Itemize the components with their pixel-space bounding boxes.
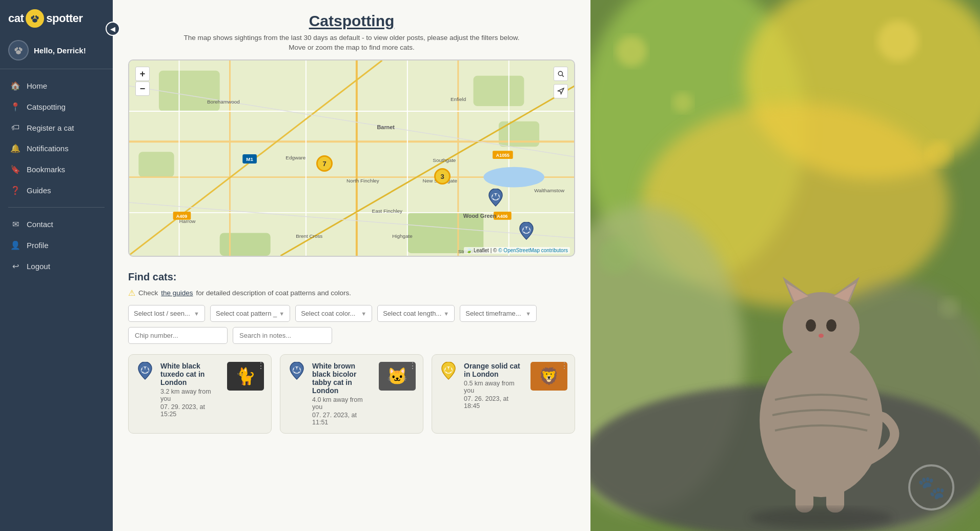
search-button[interactable]: [554, 67, 568, 81]
filter-lost-seen[interactable]: Select lost / seen... ▼: [128, 305, 205, 322]
svg-text:Enfield: Enfield: [451, 96, 466, 102]
svg-point-97: [877, 21, 918, 62]
logo: cat spotter: [0, 0, 113, 34]
user-greeting: Hello, Derrick!: [34, 46, 86, 55]
profile-icon: 👤: [10, 240, 21, 250]
svg-rect-16: [220, 233, 271, 256]
svg-point-112: [749, 507, 893, 528]
cat-card-2-title: White brown black bicolor tabby cat in L…: [312, 362, 373, 395]
svg-point-61: [494, 196, 498, 200]
zoom-out-button[interactable]: −: [135, 81, 150, 96]
map-background: M1 A409 A406 A1055 Barnet Borehamwood En…: [129, 60, 574, 256]
svg-rect-12: [474, 76, 524, 106]
chevron-down-icon-5: ▼: [525, 311, 531, 317]
guides-link[interactable]: the guides: [161, 289, 193, 297]
svg-text:East Finchley: East Finchley: [372, 208, 402, 214]
filter-coat-pattern-label: Select coat pattern _: [216, 310, 277, 317]
filter-timeframe[interactable]: Select timeframe... ▼: [460, 305, 537, 322]
cat-card-3-distance: 0.5 km away from you: [464, 380, 524, 394]
sidebar-item-guides[interactable]: ❓ Guides: [0, 180, 113, 201]
sidebar-item-logout[interactable]: ↩ Logout: [0, 256, 113, 277]
cluster-marker-3[interactable]: 3: [434, 168, 451, 185]
sidebar-item-catspotting-label: Catspotting: [27, 103, 66, 111]
secondary-nav: ✉ Contact 👤 Profile ↩ Logout: [0, 212, 113, 279]
cat-card-2-date: 07. 27. 2023, at 11:51: [312, 412, 373, 426]
cat-card-3-title: Orange solid cat in London: [464, 362, 524, 378]
svg-rect-11: [159, 71, 220, 111]
paw-marker-1[interactable]: [488, 189, 503, 207]
home-icon: 🏠: [10, 81, 21, 91]
sidebar-item-profile[interactable]: 👤 Profile: [0, 235, 113, 256]
svg-text:Edgware: Edgware: [285, 155, 305, 160]
svg-text:Borehamwood: Borehamwood: [207, 99, 240, 105]
primary-nav: 🏠 Home 📍 Catspotting 🏷 Register a cat 🔔 …: [0, 73, 113, 203]
chevron-down-icon: ▼: [194, 311, 199, 317]
svg-point-79: [295, 370, 299, 373]
svg-point-95: [616, 36, 647, 67]
svg-point-101: [760, 343, 883, 497]
cat-card-3[interactable]: Orange solid cat in London 0.5 km away f…: [432, 354, 575, 434]
collapse-sidebar-button[interactable]: ◀: [106, 22, 120, 36]
location-button[interactable]: [554, 84, 568, 98]
chevron-down-icon-2: ▼: [279, 311, 284, 317]
svg-point-86: [445, 370, 447, 372]
osm-link[interactable]: © OpenStreetMap contributors: [498, 248, 568, 253]
svg-text:Brent Cross: Brent Cross: [296, 233, 322, 239]
cat-card-2[interactable]: White brown black bicolor tabby cat in L…: [280, 354, 423, 434]
sidebar-item-bookmarks-label: Bookmarks: [27, 165, 65, 174]
register-icon: 🏷: [10, 123, 21, 132]
cat-card-2-info: White brown black bicolor tabby cat in L…: [312, 362, 373, 426]
cat-card-1-title: White black tuxedo cat in London: [160, 362, 221, 386]
filters-row2: [128, 327, 575, 344]
svg-text:Highgate: Highgate: [392, 233, 413, 239]
user-section: Hello, Derrick!: [0, 34, 113, 69]
notifications-icon: 🔔: [10, 144, 21, 153]
search-notes-input[interactable]: [233, 327, 332, 344]
right-photo-panel: 🐾: [590, 0, 980, 531]
filter-coat-color[interactable]: Select coat color... ▼: [295, 305, 372, 322]
sidebar-item-home[interactable]: 🏠 Home: [0, 75, 113, 96]
sidebar-item-logout-label: Logout: [27, 262, 50, 271]
logo-text-left: cat: [8, 12, 24, 25]
cat-photo: 🐾: [590, 0, 980, 531]
sidebar-item-guides-label: Guides: [27, 186, 51, 195]
svg-point-74: [141, 370, 144, 372]
svg-point-73: [143, 370, 147, 373]
hint-icon: ⚠: [128, 288, 135, 298]
svg-text:Barnet: Barnet: [377, 124, 395, 130]
sidebar-item-contact-label: Contact: [27, 220, 53, 229]
sidebar-item-notifications[interactable]: 🔔 Notifications: [0, 138, 113, 159]
cat-card-1[interactable]: White black tuxedo cat in London 3.2 km …: [128, 354, 272, 434]
main-content: Catspotting The map shows sightings from…: [113, 0, 590, 531]
chip-number-input[interactable]: [128, 327, 228, 344]
map-container[interactable]: M1 A409 A406 A1055 Barnet Borehamwood En…: [128, 59, 575, 257]
svg-point-62: [492, 196, 494, 199]
filters-row: Select lost / seen... ▼ Select coat patt…: [128, 305, 575, 322]
svg-point-68: [523, 230, 525, 232]
sidebar-item-register[interactable]: 🏷 Register a cat: [0, 117, 113, 138]
sidebar-item-catspotting[interactable]: 📍 Catspotting: [0, 96, 113, 117]
sidebar-item-home-label: Home: [27, 81, 47, 90]
cluster-marker-7[interactable]: 7: [316, 155, 333, 172]
zoom-in-button[interactable]: +: [135, 67, 150, 81]
cat-card-1-info: White black tuxedo cat in London 3.2 km …: [160, 362, 221, 418]
sidebar-item-contact[interactable]: ✉ Contact: [0, 214, 113, 235]
cat-card-2-menu[interactable]: ⋮: [409, 361, 417, 371]
svg-point-63: [497, 196, 499, 199]
svg-point-5: [16, 50, 21, 54]
paw-marker-icon-3: [439, 362, 458, 380]
cat-card-1-menu[interactable]: ⋮: [257, 361, 265, 371]
svg-rect-14: [138, 152, 174, 177]
cat-card-1-date: 07. 29. 2023, at 15:25: [160, 403, 221, 418]
svg-text:A1055: A1055: [496, 153, 509, 158]
paw-marker-2[interactable]: [519, 222, 534, 240]
sidebar-item-notifications-label: Notifications: [27, 144, 69, 153]
svg-point-108: [826, 319, 836, 332]
svg-point-85: [446, 370, 451, 373]
cat-card-3-menu[interactable]: ⋮: [560, 361, 568, 371]
sidebar-item-bookmarks[interactable]: 🔖 Bookmarks: [0, 159, 113, 180]
filter-coat-length[interactable]: Select coat length... ▼: [377, 305, 455, 322]
filter-coat-pattern[interactable]: Select coat pattern _ ▼: [210, 305, 290, 322]
find-cats-hint: ⚠ Check the guides for detailed descript…: [128, 288, 575, 298]
svg-point-4: [35, 15, 37, 18]
